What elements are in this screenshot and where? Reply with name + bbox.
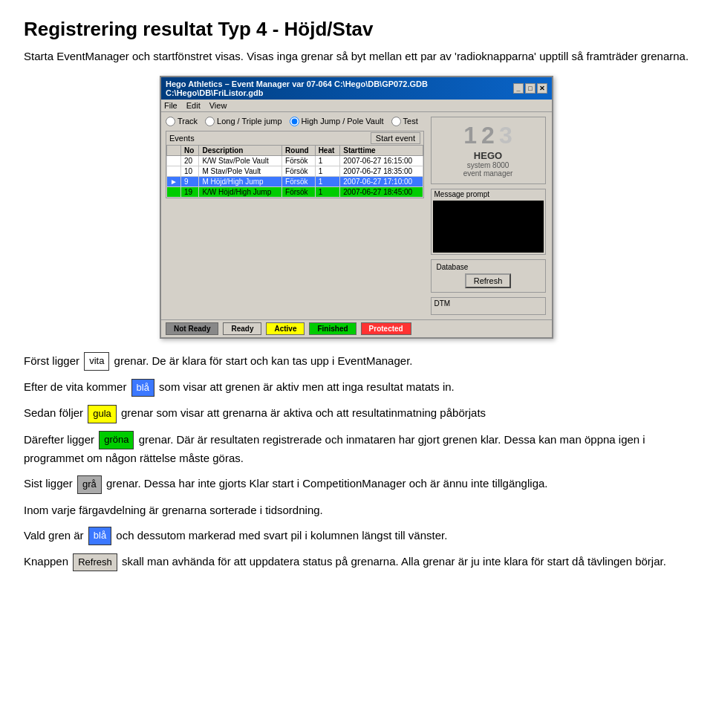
row-round: Försök bbox=[282, 176, 316, 186]
badge-active: Active bbox=[266, 322, 305, 335]
row-heat: 1 bbox=[315, 176, 340, 186]
message-display bbox=[433, 201, 544, 253]
title-bar: Hego Athletics – Event Manager var 07-06… bbox=[161, 77, 552, 100]
hego-num-2: 2 bbox=[481, 123, 495, 147]
row-heat: 1 bbox=[315, 166, 340, 176]
row-no: 19 bbox=[180, 186, 199, 197]
row-starttime: 2007-06-27 18:45:00 bbox=[340, 186, 423, 197]
row-no: 10 bbox=[180, 166, 199, 176]
hego-sub: event manager bbox=[434, 169, 542, 178]
left-panel: Track Long / Triple jump High Jump / Pol… bbox=[166, 117, 424, 315]
menu-bar: File Edit View bbox=[161, 100, 552, 112]
events-section: Events Start event No Description Round … bbox=[166, 131, 424, 198]
close-button[interactable]: ✕ bbox=[537, 83, 547, 94]
row-no: 20 bbox=[180, 155, 199, 166]
maximize-button[interactable]: □ bbox=[525, 83, 535, 94]
intro-paragraph: Starta EventManager och startfönstret vi… bbox=[24, 48, 689, 65]
paragraph-vita: Först ligger vita grenar. De är klara fö… bbox=[24, 352, 689, 371]
window-controls: _ □ ✕ bbox=[513, 83, 547, 94]
paragraph-grona: Därefter ligger gröna grenar. Där är res… bbox=[24, 431, 689, 467]
row-desc: M Stav/Pole Vault bbox=[199, 166, 282, 176]
right-panel: 1 2 3 HEGO system 8000 event manager Mes… bbox=[429, 117, 547, 315]
paragraph-bla: Efter de vita kommer blå som visar att g… bbox=[24, 378, 689, 397]
hego-brand-name: HEGO bbox=[434, 150, 542, 161]
events-header: Events Start event bbox=[166, 131, 423, 145]
row-round: Försök bbox=[282, 166, 316, 176]
vita-badge: vita bbox=[84, 352, 109, 371]
row-round: Försök bbox=[282, 186, 316, 197]
badge-finished: Finished bbox=[309, 322, 356, 335]
dtm-label: DTM bbox=[434, 299, 451, 308]
row-desc: M Höjd/High Jump bbox=[199, 176, 282, 186]
badge-protected: Protected bbox=[361, 322, 411, 335]
badge-ready: Ready bbox=[223, 322, 261, 335]
hego-num-1: 1 bbox=[463, 123, 477, 147]
paragraph-gula: Sedan följer gula grenar som visar att g… bbox=[24, 404, 689, 423]
database-section: Database Refresh bbox=[431, 259, 546, 293]
bla-badge: blå bbox=[131, 379, 154, 397]
hego-numbers: 1 2 3 bbox=[434, 123, 542, 147]
row-desc: K/W Stav/Pole Vault bbox=[199, 155, 282, 166]
badge-not-ready: Not Ready bbox=[166, 322, 218, 335]
status-bar: Not Ready Ready Active Finished Protecte… bbox=[161, 319, 552, 337]
paragraph-vald-gren: Vald gren är blå och dessutom markerad m… bbox=[24, 527, 689, 545]
radio-test[interactable]: Test bbox=[391, 117, 418, 126]
table-row[interactable]: ► 9 M Höjd/High Jump Försök 1 2007-06-27… bbox=[167, 176, 423, 186]
message-prompt-section: Message prompt bbox=[431, 189, 546, 255]
table-row[interactable]: 20 K/W Stav/Pole Vault Försök 1 2007-06-… bbox=[167, 155, 423, 166]
menu-view[interactable]: View bbox=[209, 101, 227, 110]
row-starttime: 2007-06-27 18:35:00 bbox=[340, 166, 423, 176]
col-round: Round bbox=[282, 145, 316, 155]
row-starttime: 2007-06-27 16:15:00 bbox=[340, 155, 423, 166]
row-heat: 1 bbox=[315, 186, 340, 197]
start-event-button[interactable]: Start event bbox=[371, 132, 420, 144]
dtm-section: DTM bbox=[431, 297, 546, 315]
radio-group: Track Long / Triple jump High Jump / Pol… bbox=[166, 117, 424, 126]
paragraph-gra: Sist ligger grå grenar. Dessa har inte g… bbox=[24, 475, 689, 493]
table-row[interactable]: 19 K/W Höjd/High Jump Försök 1 2007-06-2… bbox=[167, 186, 423, 197]
hego-system: system 8000 bbox=[434, 161, 542, 169]
table-row[interactable]: 10 M Stav/Pole Vault Försök 1 2007-06-27… bbox=[167, 166, 423, 176]
row-arrow bbox=[167, 186, 181, 197]
row-arrow: ► bbox=[167, 176, 181, 186]
menu-edit[interactable]: Edit bbox=[186, 101, 201, 110]
paragraph-refresh: Knappen Refresh skall man avhända för at… bbox=[24, 553, 689, 571]
gra-badge: grå bbox=[77, 475, 102, 494]
radio-high-jump[interactable]: High Jump / Pole Vault bbox=[290, 117, 384, 126]
refresh-inline-badge: Refresh bbox=[73, 553, 117, 572]
hego-logo: 1 2 3 HEGO system 8000 event manager bbox=[431, 117, 546, 184]
hego-num-3: 3 bbox=[499, 123, 512, 147]
grona-badge: gröna bbox=[99, 431, 134, 449]
col-arrow bbox=[167, 145, 181, 155]
gula-badge: gula bbox=[88, 405, 117, 423]
paragraph-sorting: Inom varje färgavdelning är grenarna sor… bbox=[24, 501, 689, 519]
app-content: Track Long / Triple jump High Jump / Pol… bbox=[161, 112, 552, 319]
events-label: Events bbox=[169, 134, 195, 143]
refresh-button[interactable]: Refresh bbox=[465, 273, 512, 288]
row-round: Försök bbox=[282, 155, 316, 166]
events-table: No Description Round Heat Starttime 20 K… bbox=[166, 145, 423, 198]
menu-file[interactable]: File bbox=[164, 101, 178, 110]
row-desc: K/W Höjd/High Jump bbox=[199, 186, 282, 197]
col-desc: Description bbox=[199, 145, 282, 155]
app-window: Hego Athletics – Event Manager var 07-06… bbox=[160, 76, 553, 339]
row-arrow bbox=[167, 155, 181, 166]
row-heat: 1 bbox=[315, 155, 340, 166]
database-label: Database bbox=[434, 262, 543, 272]
radio-track[interactable]: Track bbox=[166, 117, 198, 126]
col-starttime: Starttime bbox=[340, 145, 423, 155]
message-prompt-label: Message prompt bbox=[432, 189, 545, 199]
page-title: Registrering resultat Typ 4 - Höjd/Stav bbox=[24, 18, 689, 41]
col-heat: Heat bbox=[315, 145, 340, 155]
row-starttime: 2007-06-27 17:10:00 bbox=[340, 176, 423, 186]
vald-bla-badge: blå bbox=[88, 527, 111, 545]
window-title: Hego Athletics – Event Manager var 07-06… bbox=[166, 79, 513, 97]
radio-long-triple[interactable]: Long / Triple jump bbox=[205, 117, 281, 126]
minimize-button[interactable]: _ bbox=[513, 83, 524, 94]
row-arrow bbox=[167, 166, 181, 176]
row-no: 9 bbox=[180, 176, 199, 186]
col-no: No bbox=[180, 145, 199, 155]
